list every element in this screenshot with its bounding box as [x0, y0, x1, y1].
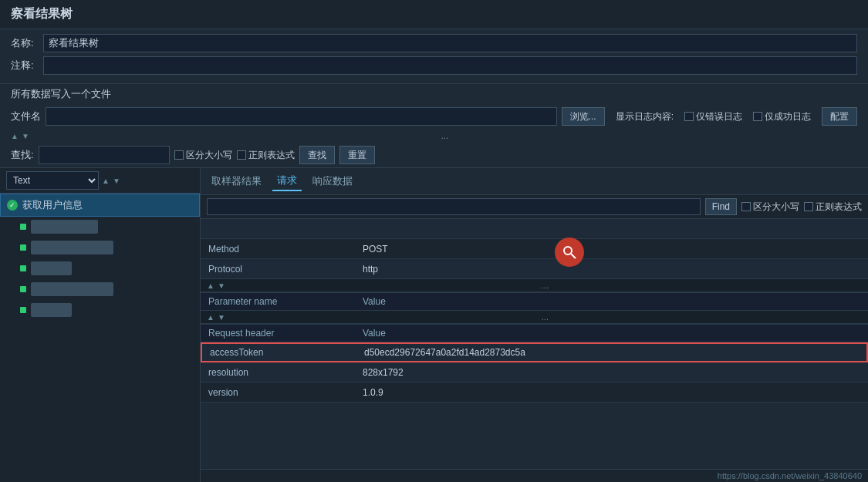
- tree-item-selected[interactable]: ✓ 获取用户信息: [0, 194, 200, 217]
- filename-label: 文件名: [11, 110, 41, 123]
- access-token-value: d50ecd29672647a0a2fd14ad2873dc5a: [356, 344, 866, 361]
- list-item[interactable]: [0, 279, 200, 300]
- protocol-key: Protocol: [201, 259, 355, 278]
- write-all-data-label: 所有数据写入一个文件: [11, 87, 111, 101]
- request-header-col: Request header: [201, 325, 355, 342]
- list-item[interactable]: [0, 300, 200, 321]
- tab-sampler-result[interactable]: 取样器结果: [207, 172, 266, 190]
- right-search-row: Find 区分大小写 正则表达式: [201, 195, 868, 219]
- method-key: Method: [201, 239, 355, 258]
- separator-dots-1: ...: [32, 130, 857, 141]
- error-log-checkbox-label[interactable]: 仅错误日志: [684, 110, 742, 123]
- filename-input[interactable]: [46, 107, 557, 126]
- right-case-label[interactable]: 区分大小写: [741, 201, 799, 214]
- find-button[interactable]: 查找: [299, 146, 335, 164]
- search-input[interactable]: [39, 146, 170, 164]
- blurred-label-5: [31, 303, 72, 317]
- param-name-col: Parameter name: [201, 293, 355, 310]
- right-regex-checkbox[interactable]: [804, 202, 813, 211]
- green-bar-icon: [20, 286, 26, 292]
- blurred-label-4: [31, 282, 113, 296]
- file-row: 文件名 浏览... 显示日志内容: 仅错误日志 仅成功日志 配置: [0, 104, 868, 129]
- search-label: 查找:: [11, 148, 34, 162]
- resolution-key: resolution: [201, 362, 355, 382]
- comment-input[interactable]: [43, 56, 857, 75]
- collapse-arrow-down: ▼: [218, 281, 225, 290]
- left-toolbar: Text HTML JSON XML ▲ ▼: [0, 168, 200, 194]
- selected-item-label: 获取用户信息: [22, 198, 83, 212]
- tab-request[interactable]: 请求: [272, 171, 302, 191]
- write-all-data-row: 所有数据写入一个文件: [0, 84, 868, 104]
- empty-cell: [201, 219, 355, 238]
- left-tree: ✓ 获取用户信息: [0, 194, 200, 482]
- right-case-text: 区分大小写: [753, 201, 799, 214]
- right-regex-text: 正则表达式: [816, 201, 862, 214]
- green-bar-icon: [20, 307, 26, 313]
- resolution-value: 828x1792: [355, 362, 868, 382]
- search-overlay: [555, 238, 584, 267]
- resolution-row: resolution 828x1792: [201, 362, 868, 383]
- search-circle-button[interactable]: [555, 238, 584, 267]
- version-row: version 1.0.9: [201, 383, 868, 403]
- collapse-row-headers[interactable]: ▲ ▼ ...: [201, 311, 868, 324]
- list-item[interactable]: [0, 217, 200, 238]
- version-value: 1.0.9: [355, 383, 868, 402]
- case-sensitive-text: 区分大小写: [186, 149, 232, 162]
- footer-watermark: https://blog.csdn.net/weixin_43840640: [201, 469, 868, 482]
- name-label: 名称:: [11, 36, 39, 50]
- success-log-checkbox-label[interactable]: 仅成功日志: [753, 110, 811, 123]
- left-arrow-up[interactable]: ▲: [102, 177, 110, 185]
- blurred-label-2: [31, 241, 113, 254]
- search-magnifier-icon: [562, 244, 577, 260]
- right-panel: 取样器结果 请求 响应数据 Find 区分大小写 正则表达式: [201, 168, 868, 482]
- collapse-dots-2: ...: [228, 312, 862, 322]
- arrow-up-icon[interactable]: ▲: [11, 132, 19, 140]
- green-bar-icon: [20, 244, 26, 251]
- protocol-row: Protocol http: [201, 259, 868, 279]
- green-bar-icon: [20, 224, 26, 230]
- protocol-value: http: [355, 259, 868, 278]
- collapse-arrow-down-2: ▼: [218, 313, 225, 322]
- status-icon-green: ✓: [7, 200, 18, 211]
- empty-cell-val: [355, 219, 868, 238]
- left-panel: Text HTML JSON XML ▲ ▼ ✓ 获取用户信息: [0, 168, 201, 482]
- method-value: POST: [355, 239, 868, 258]
- arrow-down-icon[interactable]: ▼: [22, 132, 29, 140]
- success-log-checkbox[interactable]: [753, 112, 762, 121]
- request-value-col: Value: [355, 325, 868, 342]
- display-log-label: 显示日志内容:: [616, 110, 674, 123]
- access-token-key: accessToken: [202, 344, 356, 361]
- right-case-checkbox[interactable]: [741, 202, 751, 211]
- list-item[interactable]: [0, 238, 200, 258]
- regex-label[interactable]: 正则表达式: [237, 149, 295, 162]
- separator-row-1: ▲ ▼ ...: [0, 129, 868, 143]
- main-container: 察看结果树 名称: 注释: 所有数据写入一个文件 文件名 浏览... 显示日志内…: [0, 0, 868, 482]
- collapse-dots: ...: [228, 281, 862, 290]
- list-item[interactable]: [0, 258, 200, 279]
- reset-button[interactable]: 重置: [339, 146, 375, 164]
- data-row-empty: [201, 219, 868, 239]
- request-header-section: Request header Value: [201, 324, 868, 342]
- page-title: 察看结果树: [0, 0, 868, 29]
- right-find-button[interactable]: Find: [705, 198, 737, 215]
- right-regex-label[interactable]: 正则表达式: [804, 201, 862, 214]
- view-mode-select[interactable]: Text HTML JSON XML: [6, 171, 99, 190]
- content-area: Text HTML JSON XML ▲ ▼ ✓ 获取用户信息: [0, 168, 868, 482]
- browse-button[interactable]: 浏览...: [562, 107, 605, 126]
- data-table-area: Method POST Protocol http ▲ ▼ ... Parame…: [201, 219, 868, 469]
- regex-text: 正则表达式: [248, 149, 295, 162]
- name-input[interactable]: [43, 34, 857, 52]
- case-sensitive-label[interactable]: 区分大小写: [174, 149, 232, 162]
- regex-checkbox[interactable]: [237, 150, 246, 160]
- svg-point-0: [564, 247, 572, 254]
- right-search-input[interactable]: [207, 198, 701, 215]
- collapse-row-params[interactable]: ▲ ▼ ...: [201, 279, 868, 292]
- left-arrow-down[interactable]: ▼: [113, 177, 120, 185]
- config-button[interactable]: 配置: [822, 107, 857, 126]
- collapse-arrow-up-2: ▲: [207, 313, 214, 322]
- tab-response-data[interactable]: 响应数据: [308, 172, 357, 190]
- param-value-col: Value: [355, 293, 868, 310]
- error-log-checkbox[interactable]: [684, 112, 694, 121]
- case-sensitive-checkbox[interactable]: [174, 150, 184, 160]
- blurred-label-3: [31, 261, 72, 275]
